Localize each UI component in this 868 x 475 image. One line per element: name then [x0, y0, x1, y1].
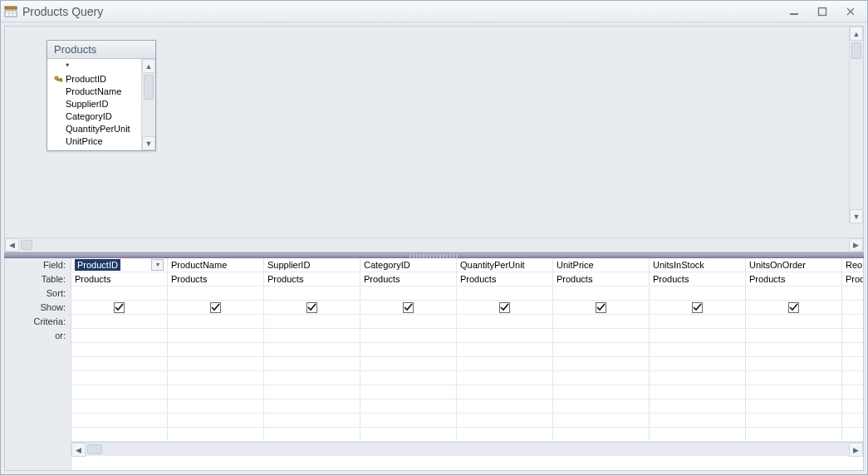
qbe-cell-criteria[interactable] — [746, 315, 842, 328]
qbe-cell-blank[interactable] — [71, 385, 168, 399]
scroll-track[interactable] — [142, 101, 155, 136]
qbe-cell-criteria[interactable] — [264, 315, 360, 328]
pane-splitter[interactable] — [4, 252, 864, 258]
qbe-cell-blank[interactable] — [264, 343, 360, 356]
qbe-cell-criteria[interactable] — [360, 315, 457, 328]
qbe-cell-blank[interactable] — [457, 385, 553, 399]
qbe-cell-blank[interactable] — [71, 343, 168, 356]
qbe-cell-blank[interactable] — [842, 371, 863, 384]
scroll-left-button[interactable]: ◀ — [71, 443, 86, 457]
scroll-thumb[interactable] — [87, 444, 102, 454]
scroll-up-button[interactable]: ▲ — [142, 59, 155, 73]
show-checkbox[interactable] — [692, 302, 703, 313]
scroll-thumb[interactable] — [851, 42, 861, 59]
qbe-cell-field[interactable]: ProductID▾ — [71, 258, 168, 272]
pane-horizontal-scrollbar[interactable]: ◀ ▶ — [5, 238, 863, 252]
qbe-cell-blank[interactable] — [264, 428, 360, 441]
qbe-cell-blank[interactable] — [168, 414, 264, 427]
qbe-cell-criteria[interactable] — [650, 315, 746, 328]
qbe-cell-or[interactable] — [553, 329, 650, 342]
qbe-grid[interactable]: ProductID▾ProductNameSupplierIDCategoryI… — [71, 258, 863, 470]
qbe-cell-table[interactable]: Products — [842, 272, 863, 286]
qbe-cell-table[interactable]: Products — [168, 272, 264, 286]
table-field-item[interactable]: UnitPrice — [54, 135, 141, 148]
qbe-cell-show[interactable] — [360, 301, 457, 314]
qbe-cell-field[interactable]: ProductName — [168, 258, 264, 272]
show-checkbox[interactable] — [306, 302, 317, 313]
show-checkbox[interactable] — [788, 302, 799, 313]
qbe-cell-or[interactable] — [457, 329, 553, 342]
table-field-item[interactable]: * — [54, 61, 141, 73]
qbe-cell-sort[interactable] — [650, 286, 746, 300]
qbe-cell-blank[interactable] — [264, 399, 360, 413]
qbe-cell-sort[interactable] — [457, 286, 553, 300]
qbe-cell-blank[interactable] — [457, 371, 553, 384]
qbe-cell-blank[interactable] — [650, 414, 746, 427]
qbe-cell-blank[interactable] — [360, 385, 457, 399]
qbe-cell-blank[interactable] — [746, 357, 842, 370]
qbe-cell-table[interactable]: Products — [746, 272, 842, 286]
qbe-cell-blank[interactable] — [71, 428, 168, 441]
qbe-cell-blank[interactable] — [746, 428, 842, 441]
qbe-cell-blank[interactable] — [746, 385, 842, 399]
qbe-cell-blank[interactable] — [553, 357, 650, 370]
qbe-cell-blank[interactable] — [360, 357, 457, 370]
qbe-cell-table[interactable]: Products — [360, 272, 457, 286]
scroll-up-button[interactable]: ▲ — [850, 27, 863, 41]
close-button[interactable] — [842, 5, 859, 18]
qbe-cell-blank[interactable] — [842, 428, 863, 441]
qbe-cell-blank[interactable] — [168, 399, 264, 413]
show-checkbox[interactable] — [114, 302, 125, 313]
qbe-cell-blank[interactable] — [360, 414, 457, 427]
qbe-cell-criteria[interactable] — [842, 315, 863, 328]
qbe-cell-blank[interactable] — [553, 385, 650, 399]
qbe-cell-blank[interactable] — [264, 357, 360, 370]
qbe-cell-sort[interactable] — [842, 286, 863, 300]
qbe-cell-or[interactable] — [842, 329, 863, 342]
qbe-cell-or[interactable] — [360, 329, 457, 342]
qbe-cell-blank[interactable] — [842, 343, 863, 356]
qbe-cell-blank[interactable] — [71, 357, 168, 370]
qbe-cell-table[interactable]: Products — [264, 272, 360, 286]
qbe-cell-blank[interactable] — [168, 385, 264, 399]
card-vertical-scrollbar[interactable]: ▲ ▼ — [141, 59, 155, 150]
qbe-cell-table[interactable]: Products — [553, 272, 650, 286]
qbe-cell-blank[interactable] — [71, 371, 168, 384]
qbe-cell-blank[interactable] — [842, 399, 863, 413]
table-field-item[interactable]: ProductName — [54, 86, 141, 98]
qbe-cell-field[interactable]: QuantityPerUnit — [457, 258, 553, 272]
qbe-cell-show[interactable] — [746, 301, 842, 314]
scroll-track[interactable] — [19, 238, 849, 252]
table-card-products[interactable]: Products *ProductIDProductNameSupplierID… — [47, 40, 156, 151]
qbe-cell-blank[interactable] — [168, 343, 264, 356]
qbe-cell-sort[interactable] — [553, 286, 650, 300]
qbe-cell-blank[interactable] — [71, 414, 168, 427]
scroll-thumb[interactable] — [21, 240, 32, 250]
qbe-cell-blank[interactable] — [842, 414, 863, 427]
qbe-cell-field[interactable]: ReorderLevel — [842, 258, 863, 272]
qbe-cell-blank[interactable] — [553, 371, 650, 384]
qbe-cell-criteria[interactable] — [71, 315, 168, 328]
qbe-cell-show[interactable] — [842, 301, 863, 314]
qbe-cell-table[interactable]: Products — [457, 272, 553, 286]
table-field-item[interactable]: QuantityPerUnit — [54, 123, 141, 135]
qbe-cell-blank[interactable] — [746, 399, 842, 413]
qbe-cell-blank[interactable] — [650, 343, 746, 356]
qbe-cell-field[interactable]: UnitsInStock — [650, 258, 746, 272]
scroll-right-button[interactable]: ▶ — [849, 443, 863, 457]
show-checkbox[interactable] — [596, 302, 606, 313]
show-checkbox[interactable] — [210, 302, 221, 313]
field-dropdown-button[interactable]: ▾ — [151, 259, 164, 271]
qbe-cell-field[interactable]: UnitsOnOrder — [746, 258, 842, 272]
qbe-cell-blank[interactable] — [842, 385, 863, 399]
qbe-cell-blank[interactable] — [264, 414, 360, 427]
qbe-cell-show[interactable] — [457, 301, 553, 314]
grid-horizontal-scrollbar[interactable]: ◀ ▶ — [71, 442, 863, 456]
qbe-cell-blank[interactable] — [457, 343, 553, 356]
qbe-cell-blank[interactable] — [168, 371, 264, 384]
qbe-cell-show[interactable] — [264, 301, 360, 314]
table-field-list[interactable]: *ProductIDProductNameSupplierIDCategoryI… — [47, 59, 141, 150]
qbe-cell-blank[interactable] — [553, 399, 650, 413]
qbe-cell-show[interactable] — [650, 301, 746, 314]
qbe-cell-blank[interactable] — [457, 399, 553, 413]
